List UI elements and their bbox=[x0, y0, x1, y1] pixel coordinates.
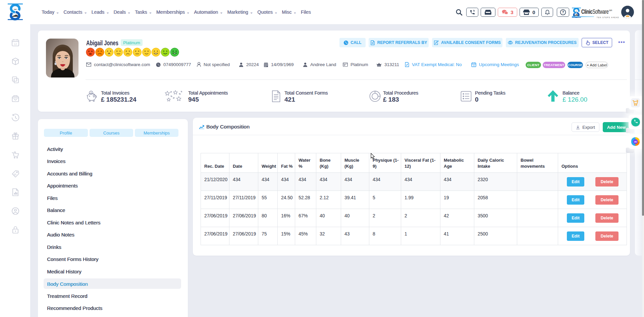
svg-text:12: 12 bbox=[473, 64, 475, 66]
svg-text:AI: AI bbox=[634, 140, 637, 143]
svg-text:12: 12 bbox=[14, 43, 17, 46]
svg-text:?: ? bbox=[562, 10, 564, 14]
svg-text:$: $ bbox=[91, 92, 92, 94]
